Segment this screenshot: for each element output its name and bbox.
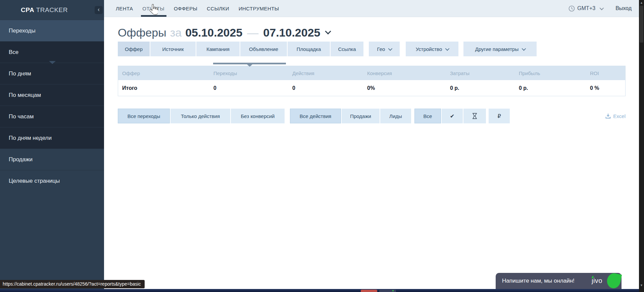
sidebar-item-celevye-stranicy[interactable]: Целевые страницы [0, 170, 104, 191]
tab-offer[interactable]: Оффер [118, 42, 150, 56]
totals-zatraty: 0 р. [450, 85, 519, 91]
totals-perehody: 0 [213, 85, 292, 91]
sidebar-collapse-button[interactable]: ‹ [95, 6, 103, 14]
filter-vse-deystviya[interactable]: Все действия [290, 109, 342, 123]
chevron-down-icon [388, 46, 393, 51]
scrollbar-thumb[interactable] [640, 6, 643, 43]
sidebar-item-vse[interactable]: Все [0, 41, 104, 63]
filter-vse-perehody[interactable]: Все переходы [118, 109, 170, 123]
topbar: ЛЕНТА ОТЧЕТЫ ОФФЕРЫ ССЫЛКИ ИНСТРУМЕНТЫ G… [104, 0, 639, 17]
filter-bez-konversiy[interactable]: Без конверсий [231, 109, 285, 123]
filter-label: Все [424, 113, 432, 119]
dropdown-tab-ustroystvo[interactable]: Устройство [406, 42, 458, 56]
column-header-deystviya[interactable]: Действия [292, 70, 367, 76]
totals-pribyl: 0 р. [519, 85, 590, 91]
sidebar-item-label: По часам [9, 113, 34, 120]
sidebar-item-label: По дням [9, 70, 31, 77]
chat-widget[interactable]: Напишите нам, мы онлайн! jivo [496, 273, 622, 290]
tab-kampaniya[interactable]: Кампания [196, 42, 240, 56]
collapse-chevron-icon: ‹ [98, 6, 100, 13]
tab-istochnik[interactable]: Источник [150, 42, 196, 56]
tab-label: Оффер [125, 46, 143, 52]
column-header-zatraty[interactable]: Затраты [450, 70, 519, 76]
logout-link[interactable]: Выход [615, 5, 632, 11]
dimension-tabs: Оффер Источник Кампания Объявление Площа… [118, 42, 626, 56]
chevron-down-icon [445, 46, 450, 51]
filter-prodazhi[interactable]: Продажи [342, 109, 380, 123]
title-preposition: за [170, 26, 182, 39]
column-header-konversiya[interactable]: Конверсия [367, 70, 450, 76]
sort-indicator-caret [247, 64, 252, 67]
nav-item-offery[interactable]: ОФФЕРЫ [169, 0, 202, 17]
sidebar-item-po-chasam[interactable]: По часам [0, 106, 104, 127]
nav-item-instrumenty[interactable]: ИНСТРУМЕНТЫ [234, 0, 284, 17]
nav-label: ЛЕНТА [116, 6, 133, 11]
sidebar-item-po-dnyam-nedeli[interactable]: По дням недели [0, 127, 104, 149]
nav-label: ССЫЛКИ [207, 6, 229, 11]
sidebar-item-label: Продажи [9, 156, 33, 163]
sidebar-item-label: По дням недели [9, 135, 52, 141]
totals-deystviya: 0 [292, 85, 367, 91]
filter-lidy[interactable]: Лиды [380, 109, 411, 123]
cpa-tracker-app: CPA TRACKER ‹ Переходы Все По дням По ме… [0, 0, 644, 292]
sidebar-item-prodazhi[interactable]: Продажи [0, 149, 104, 170]
filter-label: Без конверсий [241, 113, 275, 119]
sidebar-item-label: Переходы [9, 27, 36, 34]
chevron-down-icon [600, 6, 604, 10]
tab-ploshchadka[interactable]: Площадка [288, 42, 331, 56]
nav-item-otchety[interactable]: ОТЧЕТЫ [138, 0, 169, 17]
export-excel-link[interactable]: Excel [605, 113, 626, 119]
sidebar-item-label: По месяцам [9, 92, 41, 99]
currency-toggle-button[interactable]: ₽ [489, 109, 510, 123]
tab-obyavlenie[interactable]: Объявление [240, 42, 288, 56]
logo-light: TRACKER [34, 6, 68, 13]
check-icon: ✔ [450, 113, 454, 119]
sidebar-item-perehody[interactable]: Переходы [0, 20, 104, 41]
timezone-selector[interactable]: GMT+3 [568, 5, 603, 12]
timezone-label: GMT+3 [577, 5, 595, 11]
topbar-right: GMT+3 Выход [568, 5, 639, 12]
sidebar-item-po-mesyacam[interactable]: По месяцам [0, 84, 104, 106]
tab-label: Другие параметры [475, 46, 519, 52]
date-to[interactable]: 07.10.2025 [263, 26, 320, 39]
date-range-chevron-icon[interactable] [325, 28, 331, 34]
active-nav-underline [141, 15, 166, 17]
column-header-perehody[interactable]: Переходы [213, 70, 292, 76]
totals-konversiya: 0% [367, 85, 450, 91]
chat-message: Напишите нам, мы онлайн! [502, 278, 575, 284]
sidebar-item-po-dnyam[interactable]: По дням [0, 63, 104, 84]
totals-label: Итого [118, 85, 213, 91]
filter-status-approved[interactable]: ✔ [442, 109, 463, 123]
active-item-caret [49, 61, 56, 64]
nav-item-lenta[interactable]: ЛЕНТА [116, 0, 138, 17]
logo-bold: CPA [21, 6, 34, 13]
vertical-scrollbar[interactable]: ▲ ▼ [639, 0, 644, 292]
table-row-totals: Итого 0 0 0% 0 р. 0 р. 0 % [118, 80, 625, 96]
download-icon [605, 113, 611, 119]
taskbar-green-dot-icon [392, 290, 394, 291]
filter-label: Все действия [300, 113, 331, 119]
column-header-roi[interactable]: ROI [590, 70, 625, 76]
scroll-down-arrow-icon[interactable]: ▼ [639, 283, 644, 288]
date-from[interactable]: 05.10.2025 [185, 26, 242, 39]
filter-status-pending[interactable] [463, 109, 486, 123]
ruble-icon: ₽ [497, 113, 501, 119]
sidebar-menu: Переходы Все По дням По месяцам По часам… [0, 20, 104, 191]
actions-filter-group: Все действия Продажи Лиды [290, 109, 411, 123]
nav-item-ssylki[interactable]: ССЫЛКИ [202, 0, 234, 17]
nav-label: ОТЧЕТЫ [142, 6, 164, 11]
tab-ssylka[interactable]: Ссылка [331, 42, 363, 56]
filter-label: Продажи [350, 113, 371, 119]
tab-label: Устройство [416, 46, 442, 52]
scroll-up-arrow-icon[interactable]: ▲ [639, 0, 644, 5]
tab-label: Ссылка [338, 46, 356, 52]
column-header-pribyl[interactable]: Прибыль [519, 70, 590, 76]
dropdown-tab-geo[interactable]: Гео [369, 42, 400, 56]
filter-status-vse[interactable]: Все [414, 109, 442, 123]
top-nav: ЛЕНТА ОТЧЕТЫ ОФФЕРЫ ССЫЛКИ ИНСТРУМЕНТЫ [116, 0, 284, 17]
filter-tolko-deystviya[interactable]: Только действия [170, 109, 231, 123]
dropdown-tab-drugie-parametry[interactable]: Другие параметры [463, 42, 537, 56]
column-header-offer[interactable]: Оффер [118, 70, 213, 76]
jivo-green-leaf-icon [606, 272, 622, 289]
sidebar-header: CPA TRACKER ‹ [0, 0, 104, 20]
